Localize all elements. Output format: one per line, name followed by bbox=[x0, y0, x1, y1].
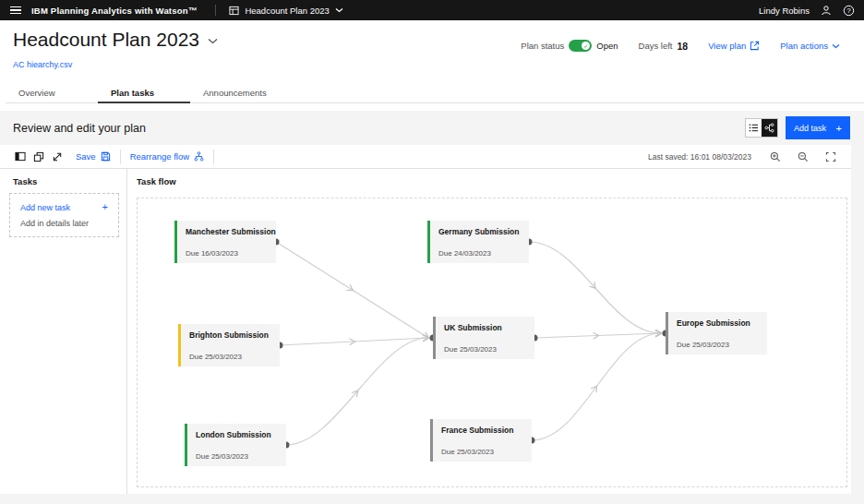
task-node-title: Germany Submission bbox=[438, 227, 521, 236]
workspace-name: Headcount Plan 2023 bbox=[245, 6, 329, 16]
tab-bar: Overview Plan tasks Announcements bbox=[6, 84, 864, 103]
save-button[interactable]: Save bbox=[76, 151, 111, 162]
task-node-due: Due 25/03/2023 bbox=[196, 452, 278, 461]
maximize-icon bbox=[52, 151, 63, 162]
add-task-button[interactable]: Add task + bbox=[786, 116, 850, 139]
flow-area: Task flow Manchester Submission Due 16/0… bbox=[127, 169, 851, 494]
flow-title: Task flow bbox=[137, 176, 851, 186]
task-node-title: France Submission bbox=[441, 426, 523, 435]
maximize-button[interactable] bbox=[48, 148, 66, 166]
view-plan-label: View plan bbox=[708, 41, 746, 51]
view-toggle bbox=[745, 118, 778, 138]
chevron-down-icon bbox=[832, 43, 840, 49]
flow-content: Tasks Add new task + Add in details late… bbox=[0, 169, 851, 494]
task-node-due: Due 25/03/2023 bbox=[441, 448, 523, 456]
toolbar-divider bbox=[120, 150, 121, 164]
plan-section-header: Review and edit your plan bbox=[0, 111, 864, 145]
task-node-title: UK Submission bbox=[444, 323, 526, 332]
add-task-label: Add task bbox=[794, 124, 826, 133]
rearrange-flow-button[interactable]: Rearrange flow bbox=[130, 151, 204, 162]
flow-view-icon bbox=[764, 123, 774, 133]
workspace-icon bbox=[229, 6, 239, 16]
zoom-out-icon bbox=[798, 151, 809, 162]
view-plan-link[interactable]: View plan bbox=[708, 41, 760, 51]
task-node-due: Due 25/03/2023 bbox=[444, 345, 526, 354]
zoom-in-icon bbox=[770, 151, 781, 162]
task-node-title: Europe Submission bbox=[677, 318, 759, 328]
fit-view-button[interactable] bbox=[822, 148, 840, 166]
toggle-side-panel-button[interactable] bbox=[11, 148, 30, 166]
plan-editor-card: Save Rearrange flow Last save bbox=[0, 145, 851, 494]
task-node-title: Brighton Submission bbox=[189, 330, 271, 340]
task-node[interactable]: Europe Submission Due 25/03/2023 bbox=[666, 312, 767, 354]
save-label: Save bbox=[76, 151, 96, 162]
plus-icon: + bbox=[836, 123, 842, 134]
svg-text:?: ? bbox=[846, 6, 850, 15]
task-node[interactable]: Brighton Submission Due 25/03/2023 bbox=[178, 324, 280, 366]
task-node[interactable]: UK Submission Due 25/03/2023 bbox=[433, 317, 534, 359]
task-node-due: Due 25/03/2023 bbox=[189, 353, 271, 361]
zoom-out-button[interactable] bbox=[794, 148, 812, 166]
task-node[interactable]: France Submission Due 25/03/2023 bbox=[430, 419, 532, 462]
task-node-due: Due 24/03/2023 bbox=[438, 249, 521, 258]
workspace-switcher[interactable]: Headcount Plan 2023 bbox=[229, 6, 342, 16]
tasks-panel-title: Tasks bbox=[13, 176, 126, 186]
task-node[interactable]: London Submission Due 25/03/2023 bbox=[185, 424, 286, 466]
user-avatar-icon[interactable] bbox=[821, 5, 832, 16]
save-icon bbox=[101, 151, 111, 162]
app-window: IBM Planning Analytics with Watson™ Head… bbox=[0, 0, 864, 504]
task-node-title: London Submission bbox=[196, 430, 278, 439]
plan-actions-button[interactable]: Plan actions bbox=[780, 41, 840, 51]
page-header: Headcount Plan 2023 Plan status ✓ Open D… bbox=[0, 20, 864, 111]
tab-announcements[interactable]: Announcements bbox=[190, 84, 282, 103]
tab-overview[interactable]: Overview bbox=[6, 84, 98, 103]
flow-view-button[interactable] bbox=[762, 119, 777, 137]
tree-icon bbox=[194, 151, 204, 162]
file-link[interactable]: AC hiearchy.csv bbox=[13, 60, 72, 69]
plan-actions-label: Plan actions bbox=[780, 41, 828, 51]
rearrange-flow-label: Rearrange flow bbox=[130, 151, 189, 162]
copy-icon bbox=[33, 151, 44, 162]
toggle-check-icon: ✓ bbox=[582, 42, 590, 50]
toolbar-divider bbox=[213, 150, 214, 164]
add-new-task-card[interactable]: Add new task + Add in details later bbox=[9, 193, 119, 237]
chevron-down-icon bbox=[335, 7, 343, 13]
days-left-value: 18 bbox=[678, 41, 689, 52]
tasks-panel: Tasks Add new task + Add in details late… bbox=[0, 169, 127, 494]
add-details-hint: Add in details later bbox=[20, 219, 108, 228]
help-icon[interactable]: ? bbox=[843, 5, 855, 17]
plan-status-value: Open bbox=[596, 41, 618, 51]
list-view-icon bbox=[749, 123, 759, 133]
add-new-task-label: Add new task bbox=[20, 203, 70, 212]
tab-plan-tasks[interactable]: Plan tasks bbox=[98, 84, 190, 103]
plan-status-label: Plan status bbox=[521, 41, 564, 51]
title-chevron-icon[interactable] bbox=[208, 38, 218, 44]
task-node[interactable]: Manchester Submission Due 16/03/2023 bbox=[174, 221, 276, 263]
task-node[interactable]: Germany Submission Due 24/03/2023 bbox=[427, 221, 529, 263]
user-name: Lindy Robins bbox=[759, 6, 810, 16]
duplicate-button[interactable] bbox=[30, 148, 48, 166]
topbar-divider bbox=[215, 5, 216, 16]
section-title: Review and edit your plan bbox=[13, 122, 146, 135]
last-saved-text: Last saved: 16:01 08/03/2023 bbox=[648, 152, 751, 162]
plus-icon: + bbox=[102, 202, 108, 212]
side-panel-icon bbox=[15, 151, 26, 162]
task-node-due: Due 16/03/2023 bbox=[186, 249, 268, 258]
page-title-text: Headcount Plan 2023 bbox=[13, 29, 199, 51]
plan-status-toggle[interactable]: ✓ bbox=[569, 40, 592, 52]
flow-toolbar: Save Rearrange flow Last save bbox=[0, 145, 851, 169]
task-node-title: Manchester Submission bbox=[186, 227, 268, 236]
task-node-due: Due 25/03/2023 bbox=[677, 341, 759, 349]
days-left-label: Days left bbox=[639, 41, 673, 51]
launch-icon bbox=[750, 41, 760, 51]
page-title: Headcount Plan 2023 bbox=[13, 29, 218, 51]
top-bar: IBM Planning Analytics with Watson™ Head… bbox=[0, 0, 864, 20]
product-title: IBM Planning Analytics with Watson™ bbox=[31, 6, 197, 16]
zoom-in-button[interactable] bbox=[766, 148, 785, 166]
fit-view-icon bbox=[825, 151, 836, 162]
hamburger-menu-icon[interactable] bbox=[9, 5, 22, 16]
header-controls: Plan status ✓ Open Days left 18 View pla… bbox=[521, 40, 840, 52]
list-view-button[interactable] bbox=[746, 119, 762, 137]
task-flow-canvas[interactable]: Manchester Submission Due 16/03/2023 Ger… bbox=[137, 198, 847, 487]
